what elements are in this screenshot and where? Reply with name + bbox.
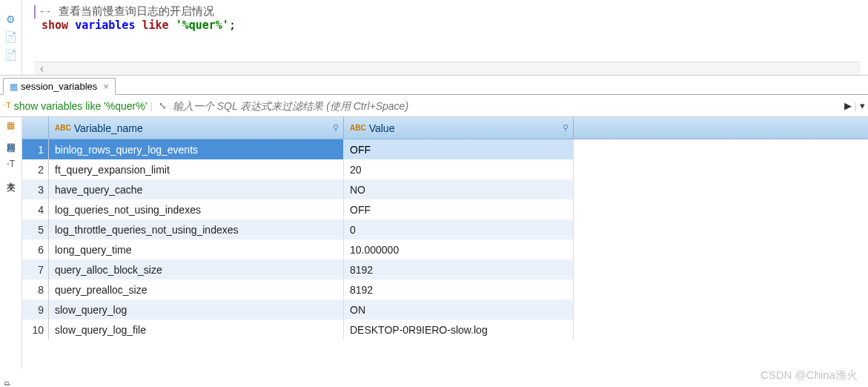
cell-variable-name[interactable]: log_throttle_queries_not_using_indexes bbox=[49, 219, 344, 239]
watermark: CSDN @China渔火 bbox=[761, 368, 858, 383]
table-row[interactable]: 5log_throttle_queries_not_using_indexes0 bbox=[22, 219, 868, 239]
tab-session-variables[interactable]: ▦ session_variables × bbox=[3, 78, 116, 95]
type-string-icon: ABC bbox=[55, 124, 71, 132]
row-number[interactable]: 9 bbox=[22, 300, 49, 320]
cell-value[interactable]: 20 bbox=[344, 159, 574, 179]
table-row[interactable]: 3have_query_cacheNO bbox=[22, 179, 868, 199]
table-header: ABC Variable_name ⚲ ABC Value ⚲ bbox=[22, 117, 868, 139]
cell-value[interactable]: ON bbox=[344, 300, 574, 320]
cell-variable-name[interactable]: slow_query_log_file bbox=[49, 320, 344, 340]
close-icon[interactable]: × bbox=[103, 81, 109, 92]
grid-mode-icon[interactable]: ▦ bbox=[7, 120, 15, 130]
arrow-right-icon[interactable]: ▶ bbox=[844, 100, 852, 111]
sql-indicator-icon: ⋅T bbox=[3, 101, 11, 110]
sql-editor[interactable]: -- 查看当前慢查询日志的开启情况 show variables like '%… bbox=[22, 0, 868, 75]
grid-view-toolbar: ▦ 网格 ▦ ⋅T 文本 bbox=[0, 117, 22, 369]
cell-variable-name[interactable]: query_prealloc_size bbox=[49, 280, 344, 300]
header-corner[interactable] bbox=[22, 117, 49, 139]
table-mode-icon[interactable]: ▦ bbox=[7, 142, 15, 153]
cell-value[interactable]: NO bbox=[344, 179, 574, 199]
filter-icon[interactable]: ⚲ bbox=[333, 123, 339, 133]
cell-variable-name[interactable]: slow_query_log bbox=[49, 300, 344, 320]
divider: | bbox=[855, 100, 857, 111]
text-cursor bbox=[34, 5, 36, 19]
table-row[interactable]: 7query_alloc_block_size8192 bbox=[22, 259, 868, 280]
grid-icon: ▦ bbox=[10, 82, 18, 92]
cell-value[interactable]: 10.000000 bbox=[344, 239, 574, 259]
table-row[interactable]: 4log_queries_not_using_indexesOFF bbox=[22, 199, 868, 219]
filter-expression-input[interactable] bbox=[173, 100, 838, 112]
editor-horizontal-scrollbar[interactable]: ‹ bbox=[34, 62, 861, 75]
sql-editor-area: ⚙ 📄 📄 -- 查看当前慢查询日志的开启情况 show variables l… bbox=[0, 0, 868, 76]
row-number[interactable]: 7 bbox=[22, 259, 49, 280]
table-row[interactable]: 10slow_query_log_fileDESKTOP-0R9IERO-slo… bbox=[22, 320, 868, 340]
row-number[interactable]: 6 bbox=[22, 239, 49, 259]
cell-value[interactable]: 8192 bbox=[344, 280, 574, 300]
tab-label: session_variables bbox=[21, 81, 97, 92]
text-mode-icon[interactable]: ⋅T bbox=[7, 159, 15, 169]
filter-icon[interactable]: ⚲ bbox=[563, 123, 569, 133]
editor-line-comment: -- 查看当前慢查询日志的开启情况 bbox=[34, 4, 861, 19]
table-row[interactable]: 9slow_query_logON bbox=[22, 300, 868, 320]
table-body: 1binlog_rows_query_log_eventsOFF2ft_quer… bbox=[22, 139, 868, 340]
table-row[interactable]: 6long_query_time10.000000 bbox=[22, 239, 868, 259]
row-number[interactable]: 3 bbox=[22, 179, 49, 199]
table-row[interactable]: 8query_prealloc_size8192 bbox=[22, 280, 868, 300]
column-header-variable-name[interactable]: ABC Variable_name ⚲ bbox=[49, 117, 344, 139]
expand-icon[interactable]: ⤡ bbox=[159, 100, 167, 111]
cell-variable-name[interactable]: ft_query_expansion_limit bbox=[49, 159, 344, 179]
row-number[interactable]: 4 bbox=[22, 199, 49, 219]
column-label: Value bbox=[369, 122, 395, 134]
row-number[interactable]: 8 bbox=[22, 280, 49, 300]
results-filter-bar: ⋅T show variables like '%quer%' | ⤡ ▶ | … bbox=[0, 95, 868, 117]
editor-left-toolbar: ⚙ 📄 📄 bbox=[0, 0, 22, 75]
gear-icon[interactable]: ⚙ bbox=[5, 13, 17, 25]
executed-sql-text: show variables like '%quer%' bbox=[14, 100, 148, 112]
row-number[interactable]: 5 bbox=[22, 219, 49, 239]
results-grid-area: ▦ 网格 ▦ ⋅T 文本 ABC Variable_name ⚲ ABC Val… bbox=[0, 117, 868, 369]
page-add-icon[interactable]: 📄 bbox=[5, 31, 17, 43]
type-string-icon: ABC bbox=[350, 124, 366, 132]
editor-line-sql: show variables like '%quer%'; bbox=[34, 19, 861, 32]
row-number[interactable]: 10 bbox=[22, 320, 49, 340]
cell-value[interactable]: 0 bbox=[344, 219, 574, 239]
bottom-label: d bbox=[3, 381, 12, 386]
cell-variable-name[interactable]: have_query_cache bbox=[49, 179, 344, 199]
cell-variable-name[interactable]: log_queries_not_using_indexes bbox=[49, 199, 344, 219]
cell-variable-name[interactable]: long_query_time bbox=[49, 239, 344, 259]
row-number[interactable]: 2 bbox=[22, 159, 49, 179]
results-tab-strip: ▦ session_variables × bbox=[0, 76, 868, 95]
results-table: ABC Variable_name ⚲ ABC Value ⚲ 1binlog_… bbox=[22, 117, 868, 369]
page-error-icon[interactable]: 📄 bbox=[5, 49, 17, 61]
cell-value[interactable]: DESKTOP-0R9IERO-slow.log bbox=[344, 320, 574, 340]
cell-value[interactable]: 8192 bbox=[344, 259, 574, 280]
table-row[interactable]: 2ft_query_expansion_limit20 bbox=[22, 159, 868, 179]
cell-variable-name[interactable]: binlog_rows_query_log_events bbox=[49, 139, 344, 159]
cell-variable-name[interactable]: query_alloc_block_size bbox=[49, 259, 344, 280]
scroll-left-icon[interactable]: ‹ bbox=[39, 62, 45, 76]
cell-value[interactable]: OFF bbox=[344, 139, 574, 159]
column-header-value[interactable]: ABC Value ⚲ bbox=[344, 117, 574, 139]
table-row[interactable]: 1binlog_rows_query_log_eventsOFF bbox=[22, 139, 868, 159]
divider: | bbox=[150, 100, 152, 111]
column-label: Variable_name bbox=[74, 122, 143, 134]
cell-value[interactable]: OFF bbox=[344, 199, 574, 219]
row-number[interactable]: 1 bbox=[22, 139, 49, 159]
dropdown-icon[interactable]: ▾ bbox=[860, 100, 865, 111]
